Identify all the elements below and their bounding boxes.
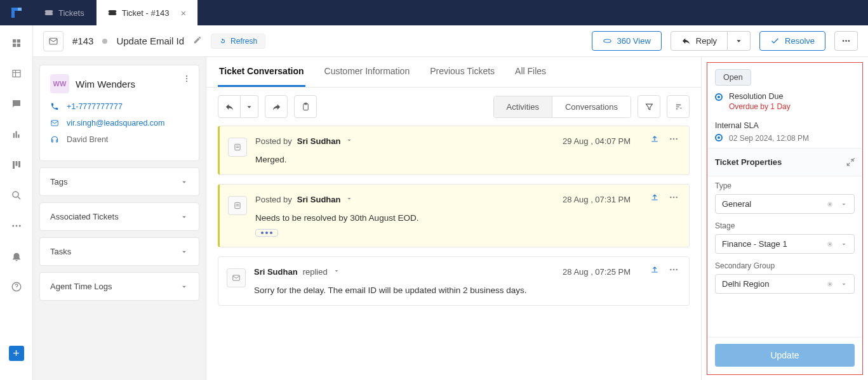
toolbar-filter-button[interactable] [638,95,660,118]
pencil-icon [193,36,202,44]
ticket-icon [44,8,53,17]
rail-chat[interactable] [5,93,28,115]
message-author: Sri Sudhan [254,267,298,277]
upload-icon[interactable] [650,265,660,275]
toolbar-reply-button[interactable] [218,95,241,118]
resolution-due-row: Resolution Due Overdue by 1 Day [707,89,862,116]
customer-owner-row: David Brent [50,135,189,144]
sidebar-section-tasks[interactable]: Tasks [39,237,199,266]
customer-email: vir.singh@leadsquared.com [67,119,164,128]
rail-more[interactable] [5,214,28,237]
message-more-button[interactable] [669,265,679,275]
ticket-properties-header: Ticket Properties [707,148,862,176]
bell-icon [11,251,22,262]
message-expand-caret[interactable] [345,136,353,146]
reply-button[interactable]: Reply [671,31,728,51]
sidebar-section-time-logs[interactable]: Agent Time Logs [39,272,199,301]
radio-selected-icon [715,134,723,141]
toolbar-forward-button[interactable] [265,95,288,118]
rail-search[interactable] [5,184,28,207]
clipboard-icon [301,102,310,112]
view-conversations[interactable]: Conversations [552,96,631,117]
customer-card-menu[interactable] [182,74,191,85]
customer-phone-row[interactable]: +1-7777777777 [50,102,189,111]
message-body: Sorry for the delay. The email ID will b… [254,285,679,295]
select-value: Finance - Stage 1 [722,239,787,249]
ticket-actionbar: #143 Update Email Id Refresh 360 View Re… [33,25,868,57]
chat-icon [11,98,22,110]
upload-icon[interactable] [650,192,660,202]
conversation-toolbar: Activities Conversations [206,88,701,126]
rail-kanban[interactable] [5,154,28,176]
search-icon [11,190,22,201]
field-label: Secondary Group [715,261,855,270]
view-activities[interactable]: Activities [494,96,552,117]
resolution-due-label: Resolution Due [729,92,791,101]
toolbar-reply-dropdown[interactable] [241,95,258,118]
customer-name: Wim Wenders [76,79,135,89]
filter-icon [644,102,654,112]
table-icon [11,68,22,79]
message-thread: Posted by Sri Sudhan 29 Aug , 04:07 PM M… [206,126,701,380]
customer-email-row[interactable]: vir.singh@leadsquared.com [50,119,189,128]
rail-notifications[interactable] [5,245,28,268]
sidebar-section-associated-tickets[interactable]: Associated Tickets [39,202,199,231]
rail-dashboard[interactable] [5,32,28,55]
rail-table[interactable] [5,62,28,85]
stage-select[interactable]: Finance - Stage 1 [715,234,855,254]
view-360-label: 360 View [617,36,651,46]
status-chip[interactable]: Open [715,69,751,86]
chevron-down-icon [840,280,848,288]
chevron-down-icon [734,36,744,46]
tab-all-files[interactable]: All Files [514,57,547,87]
clear-icon[interactable] [826,280,834,288]
sort-icon [674,102,683,112]
update-button[interactable]: Update [715,344,855,367]
expand-icon[interactable] [846,158,855,167]
rail-add-button[interactable]: + [9,346,24,361]
tab-tickets-list[interactable]: Tickets [33,0,97,25]
message-note: Posted by Sri Sudhan 29 Aug , 04:07 PM M… [218,126,690,175]
field-label: Type [715,181,855,190]
message-author: Sri Sudhan [297,195,341,204]
rail-reports[interactable] [5,123,28,146]
reply-dropdown[interactable] [728,31,751,51]
message-reply: Sri Sudhan replied 28 Aug , 07:25 PM Sor… [218,256,690,306]
message-more-button[interactable] [669,192,679,202]
tab-conversation[interactable]: Ticket Conversation [218,57,305,87]
tab-ticket-detail[interactable]: Ticket - #143 × [97,0,198,25]
more-actions-button[interactable] [834,31,858,51]
sidebar-section-tags[interactable]: Tags [39,167,199,196]
clear-icon[interactable] [826,200,834,208]
message-time: 28 Aug , 07:25 PM [563,267,631,277]
rail-help[interactable] [5,275,28,298]
refresh-button[interactable]: Refresh [211,34,265,49]
reply-icon [225,102,234,112]
tab-customer-info[interactable]: Customer Information [323,57,411,87]
resolve-button[interactable]: Resolve [759,31,825,51]
field-stage: Stage Finance - Stage 1 [707,216,862,256]
message-expand-toggle[interactable] [255,229,278,237]
close-tab-icon[interactable]: × [180,8,186,18]
tab-previous-tickets[interactable]: Previous Tickets [429,57,496,87]
help-icon [11,281,22,292]
message-expand-caret[interactable] [333,267,340,277]
chevron-down-icon [180,178,189,187]
field-secondary-group: Secondary Group Delhi Region [707,256,862,296]
app-logo [0,0,33,25]
secondary-group-select[interactable]: Delhi Region [715,274,855,294]
toolbar-clipboard-button[interactable] [294,95,317,118]
headset-icon [50,135,59,144]
channel-email-icon [43,31,63,51]
message-expand-caret[interactable] [345,195,353,204]
edit-title-button[interactable] [193,36,202,46]
upload-icon[interactable] [650,134,660,144]
message-more-button[interactable] [669,134,679,144]
type-select[interactable]: General [715,194,855,214]
section-title-label: Ticket Properties [715,157,782,167]
phone-icon [50,102,59,111]
customer-card: WW Wim Wenders +1-7777777777 vir.singh@l… [39,65,199,161]
toolbar-sort-button[interactable] [667,95,690,118]
view-360-button[interactable]: 360 View [592,31,662,51]
clear-icon[interactable] [826,240,834,248]
